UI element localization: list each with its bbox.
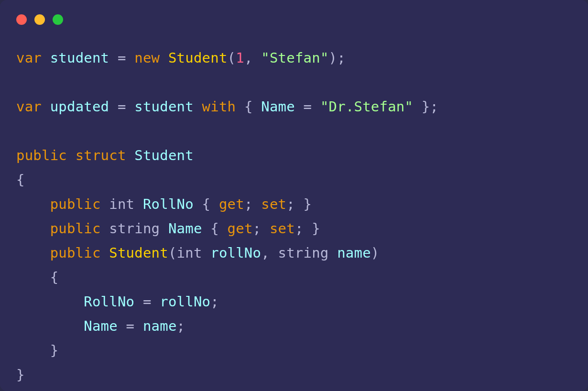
ident-rollno: RollNo xyxy=(84,293,134,310)
op-eq: = xyxy=(126,318,135,334)
string-stefan: "Stefan" xyxy=(261,50,328,66)
param-name: name xyxy=(337,245,371,261)
semi: ; xyxy=(286,196,295,212)
semi: ; xyxy=(177,318,185,334)
brace-close: } xyxy=(422,98,430,115)
code-content: var student = new Student(1, "Stefan"); … xyxy=(0,25,588,391)
op-eq: = xyxy=(118,50,126,66)
comma: , xyxy=(261,245,270,261)
brace-open: { xyxy=(16,172,25,188)
brace-open: { xyxy=(244,98,253,115)
typename-student: Student xyxy=(134,147,194,163)
paren-close: ) xyxy=(371,245,380,261)
brace-close: } xyxy=(50,342,59,358)
keyword-struct: struct xyxy=(76,147,126,163)
window-titlebar xyxy=(0,0,588,25)
keyword-set: set xyxy=(261,196,286,212)
keyword-var: var xyxy=(16,50,42,66)
call-student: Student xyxy=(168,50,228,66)
ident-rollno: RollNo xyxy=(143,196,194,212)
ctor-student: Student xyxy=(109,245,168,261)
op-eq: = xyxy=(304,98,312,115)
ident-student: student xyxy=(134,98,194,115)
keyword-with: with xyxy=(202,98,236,115)
brace-close: } xyxy=(16,367,25,383)
ident-name: Name xyxy=(84,318,118,334)
code-editor-window: var student = new Student(1, "Stefan"); … xyxy=(0,0,588,391)
brace-open: { xyxy=(210,220,219,237)
ident-name: Name xyxy=(261,98,295,115)
type-string: string xyxy=(278,245,329,261)
brace-close: } xyxy=(304,196,312,212)
ident-name: Name xyxy=(168,220,202,237)
keyword-get: get xyxy=(219,196,244,212)
type-int: int xyxy=(177,245,202,261)
keyword-public: public xyxy=(50,220,101,237)
param-rollno: rollNo xyxy=(210,245,261,261)
op-eq: = xyxy=(143,293,152,310)
semi: ; xyxy=(430,98,439,115)
paren-open: ( xyxy=(168,245,177,261)
type-string: string xyxy=(109,220,160,237)
keyword-public: public xyxy=(16,147,67,163)
ident-name-param: name xyxy=(143,318,177,334)
keyword-new: new xyxy=(134,50,160,66)
brace-close: } xyxy=(312,220,320,237)
brace-open: { xyxy=(50,269,59,285)
keyword-get: get xyxy=(228,220,253,237)
semi: ; xyxy=(253,220,261,237)
paren-open: ( xyxy=(228,50,236,66)
op-eq: = xyxy=(118,98,126,115)
close-button[interactable] xyxy=(16,14,27,25)
keyword-public: public xyxy=(50,196,101,212)
keyword-var: var xyxy=(16,98,42,115)
semi: ; xyxy=(337,50,346,66)
minimize-button[interactable] xyxy=(34,14,45,25)
num-1: 1 xyxy=(236,50,244,66)
type-int: int xyxy=(109,196,134,212)
keyword-set: set xyxy=(270,220,295,237)
string-drstefan: "Dr.Stefan" xyxy=(320,98,413,115)
semi: ; xyxy=(210,293,219,310)
ident-rollno-param: rollNo xyxy=(160,293,210,310)
comma: , xyxy=(244,50,253,66)
semi: ; xyxy=(244,196,253,212)
ident-student: student xyxy=(50,50,109,66)
paren-close: ) xyxy=(329,50,338,66)
keyword-public: public xyxy=(50,245,101,261)
ident-updated: updated xyxy=(50,98,109,115)
brace-open: { xyxy=(202,196,211,212)
semi: ; xyxy=(295,220,304,237)
maximize-button[interactable] xyxy=(53,14,63,25)
